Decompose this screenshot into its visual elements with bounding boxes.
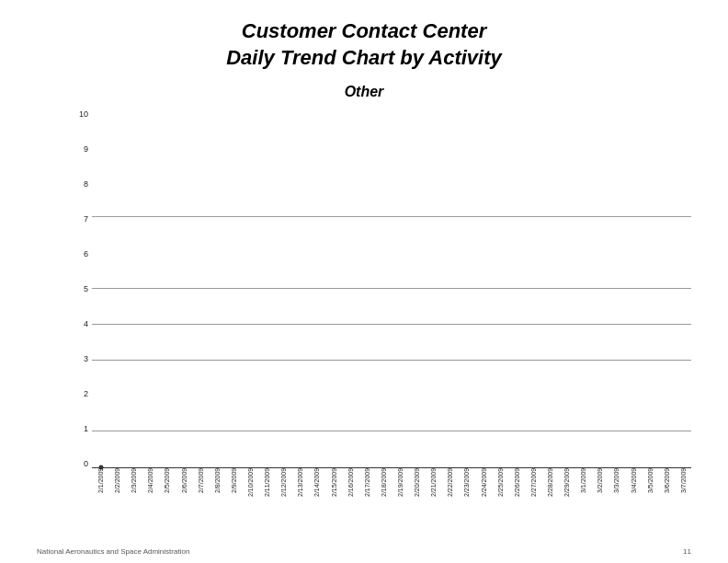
x-axis-label: 2/13/2009 <box>291 468 308 494</box>
x-axis-label: 2/28/2009 <box>541 468 558 494</box>
x-axis-label: 2/23/2009 <box>458 468 474 494</box>
title-line1: Customer Contact Center <box>242 19 486 42</box>
x-axis-label: 2/26/2009 <box>508 468 525 494</box>
x-axis-label: 2/2/2009 <box>108 468 125 494</box>
title-line2: Daily Trend Chart by Activity <box>226 46 502 69</box>
y-axis-label: 10 <box>79 109 92 119</box>
y-axis-label: 1 <box>84 424 92 433</box>
chart-area: 109876543210 2/1/20092/2/20092/3/20092/4… <box>64 109 691 496</box>
x-axis-label: 2/20/2009 <box>408 468 425 494</box>
page: Customer Contact Center Daily Trend Char… <box>0 0 728 563</box>
x-axis-label: 2/11/2009 <box>258 468 275 494</box>
y-axis-label: 6 <box>84 249 92 259</box>
x-axis-label: 2/21/2009 <box>425 468 441 494</box>
footer: National Aeronautics and Space Administr… <box>37 547 691 556</box>
x-axis-label: 2/6/2009 <box>176 468 192 494</box>
y-axis-label: 3 <box>84 354 92 363</box>
x-axis-label: 2/9/2009 <box>225 468 242 494</box>
y-axis-label: 5 <box>84 284 92 293</box>
grid-line-5 <box>92 288 691 289</box>
grid-line-4 <box>92 324 691 325</box>
x-axis-label: 3/6/2009 <box>658 468 675 494</box>
x-axis-label: 2/27/2009 <box>525 468 541 494</box>
x-axis-label: 2/4/2009 <box>142 468 158 494</box>
footer-right: 11 <box>683 547 691 556</box>
x-axis-label: 3/2/2009 <box>591 468 608 494</box>
x-axis-label: 2/10/2009 <box>242 468 258 494</box>
x-axis-labels: 2/1/20092/2/20092/3/20092/4/20092/5/2009… <box>92 468 691 496</box>
x-axis-label: 2/1/2009 <box>92 468 108 494</box>
x-axis-label: 3/3/2009 <box>608 468 624 494</box>
x-axis-label: 2/8/2009 <box>209 468 225 494</box>
grid-line-3 <box>92 360 691 361</box>
x-axis-label: 2/18/2009 <box>375 468 392 494</box>
x-axis-label: 2/22/2009 <box>441 468 458 494</box>
x-axis-label: 2/5/2009 <box>158 468 175 494</box>
x-axis-label: 3/4/2009 <box>625 468 642 494</box>
footer-left: National Aeronautics and Space Administr… <box>37 547 189 556</box>
chart-subtitle: Other <box>37 84 691 100</box>
x-axis-label: 2/25/2009 <box>492 468 508 494</box>
main-title: Customer Contact Center Daily Trend Char… <box>37 18 691 71</box>
y-axis-label: 7 <box>84 214 92 224</box>
y-axis-label: 4 <box>84 319 92 328</box>
x-axis-label: 2/12/2009 <box>275 468 291 494</box>
grid-line-7 <box>92 216 691 217</box>
y-axis-label: 9 <box>84 144 92 154</box>
x-axis-label: 2/14/2009 <box>308 468 324 494</box>
x-axis-label: 3/1/2009 <box>574 468 591 494</box>
grid-line-1 <box>92 431 691 431</box>
x-axis-label: 2/29/2009 <box>558 468 574 494</box>
x-axis-label: 2/15/2009 <box>325 468 342 494</box>
x-axis-label: 2/17/2009 <box>358 468 375 494</box>
y-axis-label: 0 <box>84 459 92 468</box>
y-axis: 109876543210 <box>64 109 92 468</box>
title-section: Customer Contact Center Daily Trend Char… <box>37 18 691 100</box>
x-axis-label: 2/24/2009 <box>475 468 492 494</box>
x-axis-label: 3/7/2009 <box>675 468 691 494</box>
plot-area <box>92 109 691 468</box>
x-axis-label: 2/16/2009 <box>342 468 358 494</box>
y-axis-label: 8 <box>84 179 92 189</box>
y-axis-label: 2 <box>84 389 92 398</box>
x-axis-label: 3/5/2009 <box>642 468 658 494</box>
x-axis-label: 2/7/2009 <box>192 468 209 494</box>
x-axis-label: 2/3/2009 <box>125 468 142 494</box>
x-axis-label: 2/19/2009 <box>392 468 408 494</box>
